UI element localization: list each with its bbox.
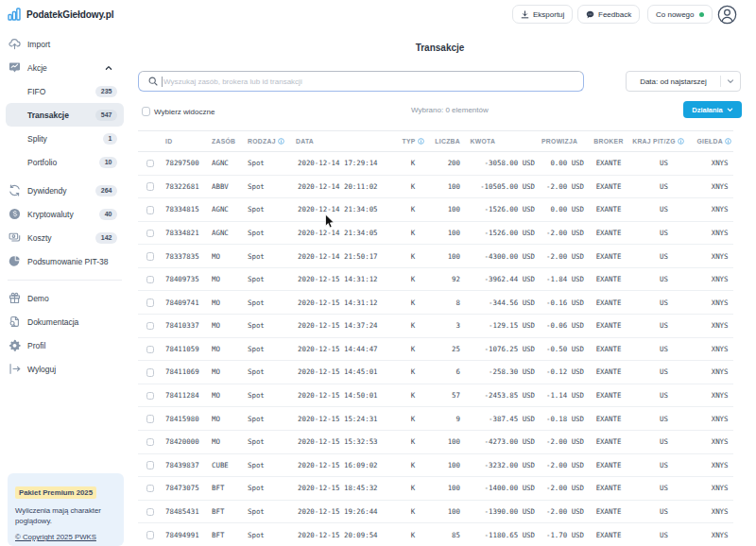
sidebar-item-fifo[interactable]: FIFO235 xyxy=(6,79,124,103)
column-header-kwota[interactable]: KWOTA xyxy=(462,131,537,152)
logout-icon xyxy=(8,363,21,376)
cell-broker: EXANTE xyxy=(585,477,632,501)
actions-button[interactable]: Działania xyxy=(683,101,742,118)
chart-board-icon xyxy=(8,61,21,75)
cell-broker: EXANTE xyxy=(585,267,632,291)
row-checkbox[interactable] xyxy=(146,415,155,423)
search-placeholder: Wyszukaj zasób, brokera lub id transakcj… xyxy=(163,77,302,86)
row-checkbox[interactable] xyxy=(146,508,155,517)
column-header-kraj[interactable]: KRAJ PIT/ZG xyxy=(632,131,696,152)
cell-gielda: XNYS xyxy=(696,523,733,546)
column-header-typ[interactable]: TYP xyxy=(399,131,427,152)
cell-liczba: 25 xyxy=(427,337,462,361)
count-badge: 235 xyxy=(95,86,117,97)
sidebar-item-splity[interactable]: Splity1 xyxy=(6,127,124,150)
cell-typ: K xyxy=(399,337,427,361)
table-row: 78494991BFTSpot2020-12-15 20:09:54K85-11… xyxy=(138,523,733,546)
cell-id: 78415980 xyxy=(165,407,212,431)
cell-kwota: -129.15 USD xyxy=(462,315,537,338)
sidebar-item-label: Import xyxy=(27,40,50,49)
row-checkbox[interactable] xyxy=(146,230,155,238)
table-row: 78439837CUBESpot2020-12-15 16:09:02K100-… xyxy=(138,453,733,477)
sidebar-item-koszty[interactable]: Koszty142 xyxy=(6,226,124,249)
row-checkbox[interactable] xyxy=(146,206,155,214)
gift-icon xyxy=(8,292,21,305)
sidebar-item-kryptowaluty[interactable]: Kryptowaluty40 xyxy=(6,202,124,226)
cell-typ: K xyxy=(399,430,427,453)
sidebar-item-import[interactable]: Import xyxy=(6,32,124,56)
row-checkbox[interactable] xyxy=(146,368,155,377)
row-checkbox[interactable] xyxy=(146,160,155,168)
row-checkbox[interactable] xyxy=(146,392,155,401)
copyright-link[interactable]: © Copyright 2025 PWKS xyxy=(15,533,96,541)
row-checkbox-cell xyxy=(138,221,165,245)
cell-kwota: -1180.65 USD xyxy=(462,523,537,546)
cell-prowizja: -2.00 USD xyxy=(537,500,585,523)
cell-rodzaj: Spot xyxy=(248,267,296,291)
column-header-liczba[interactable]: LICZBA xyxy=(427,131,462,152)
search-input[interactable]: Wyszukaj zasób, brokera lub id transakcj… xyxy=(138,71,584,92)
cell-typ: K xyxy=(399,198,427,222)
info-icon xyxy=(418,138,424,145)
cell-kwota: -1526.00 USD xyxy=(462,221,537,245)
cell-data: 2020-12-15 20:09:54 xyxy=(296,523,399,546)
column-header-data[interactable]: DATA xyxy=(296,131,399,152)
sidebar-item-transakcje[interactable]: Transakcje547 xyxy=(6,103,124,127)
cell-kraj: US xyxy=(632,523,696,546)
column-header-rodzaj[interactable]: RODZAJ xyxy=(248,131,296,152)
cell-gielda: XNYS xyxy=(696,245,733,268)
column-header-id[interactable]: ID xyxy=(165,131,212,152)
row-checkbox[interactable] xyxy=(146,182,155,191)
cell-zasob: BFT xyxy=(212,523,248,546)
sidebar-item-pit38[interactable]: Podsumowanie PIT-38 xyxy=(6,249,124,273)
column-header-zasob[interactable]: ZASÓB xyxy=(212,131,248,152)
row-checkbox-cell xyxy=(138,430,165,453)
sidebar-item-demo[interactable]: Demo xyxy=(6,286,124,310)
select-visible-checkbox[interactable] xyxy=(142,107,151,116)
controls-row: Wybierz widoczne Wybrano: 0 elementów Dz… xyxy=(138,100,742,119)
row-checkbox[interactable] xyxy=(146,299,155,307)
row-checkbox[interactable] xyxy=(146,485,155,493)
cell-zasob: MO xyxy=(212,291,248,315)
brand-logo[interactable]: PodatekGiełdowy.pl xyxy=(8,8,113,21)
sidebar-item-wyloguj[interactable]: Wyloguj xyxy=(6,357,124,381)
select-visible-label: Wybierz widoczne xyxy=(154,108,215,116)
sidebar: PodatekGiełdowy.pl ImportAkcjeFIFO235Tra… xyxy=(0,0,129,546)
select-visible-control[interactable]: Wybierz widoczne xyxy=(142,102,215,121)
row-checkbox[interactable] xyxy=(146,531,155,539)
cell-zasob: BFT xyxy=(212,477,248,501)
row-checkbox-cell xyxy=(138,407,165,431)
row-checkbox[interactable] xyxy=(146,461,155,469)
sidebar-item-label: Podsumowanie PIT-38 xyxy=(27,257,109,266)
sidebar-item-label: Koszty xyxy=(27,233,52,243)
cell-gielda: XNYS xyxy=(696,221,733,245)
row-checkbox[interactable] xyxy=(146,346,155,354)
row-checkbox[interactable] xyxy=(146,252,155,261)
row-checkbox[interactable] xyxy=(146,438,155,447)
cell-prowizja: -0.12 USD xyxy=(537,361,585,384)
cell-kraj: US xyxy=(632,337,696,361)
sidebar-item-akcje[interactable]: Akcje xyxy=(6,56,124,79)
cell-broker: EXANTE xyxy=(585,198,632,222)
sidebar-item-portfolio[interactable]: Portfolio10 xyxy=(6,150,124,174)
cell-zasob: AGNC xyxy=(212,198,248,222)
row-checkbox[interactable] xyxy=(146,276,155,284)
sidebar-item-profil[interactable]: Profil xyxy=(6,333,124,357)
row-checkbox-cell xyxy=(138,175,165,198)
cell-kwota: -1526.00 USD xyxy=(462,198,537,222)
cell-zasob: MO xyxy=(212,267,248,291)
row-checkbox[interactable] xyxy=(146,322,155,331)
sort-select[interactable]: Data: od najstarszej xyxy=(626,71,741,92)
sidebar-item-dywidendy[interactable]: Dywidendy264 xyxy=(6,179,124,202)
cell-broker: EXANTE xyxy=(585,430,632,453)
cell-liczba: 100 xyxy=(427,175,462,198)
sidebar-item-label: Kryptowaluty xyxy=(27,210,74,219)
cell-kraj: US xyxy=(632,267,696,291)
info-icon xyxy=(678,138,684,145)
sidebar-item-dokumentacja[interactable]: Dokumentacja xyxy=(6,310,124,333)
column-header-gielda[interactable]: GIEŁDA xyxy=(696,131,733,152)
cell-zasob: MO xyxy=(212,337,248,361)
column-header-broker[interactable]: BROKER xyxy=(585,131,632,152)
column-header-prowizja[interactable]: PROWIZJA xyxy=(537,131,585,152)
main-content: Transakcje Wyszukaj zasób, brokera lub i… xyxy=(138,0,742,546)
